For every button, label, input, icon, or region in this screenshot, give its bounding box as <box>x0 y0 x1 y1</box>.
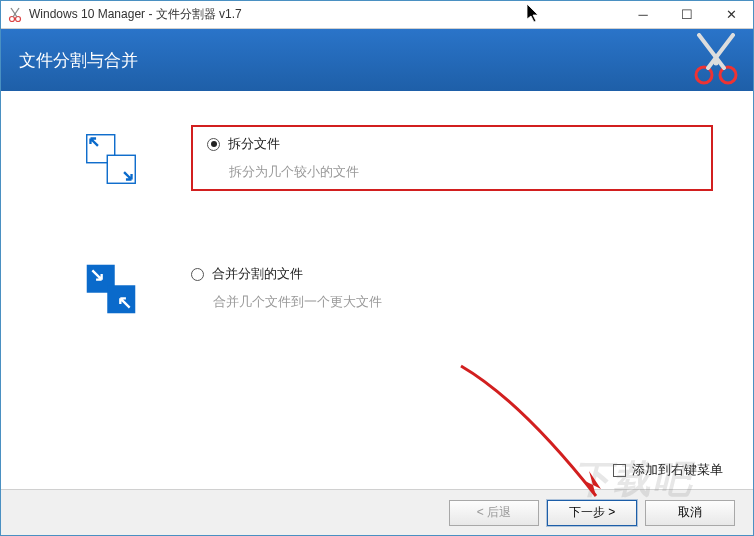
back-button: < 后退 <box>449 500 539 526</box>
radio-merge-label: 合并分割的文件 <box>212 265 303 283</box>
option-merge-body[interactable]: 合并分割的文件 合并几个文件到一个更大文件 <box>191 261 713 311</box>
option-merge: 合并分割的文件 合并几个文件到一个更大文件 <box>41 261 713 317</box>
radio-split-label: 拆分文件 <box>228 135 280 153</box>
maximize-button[interactable]: ☐ <box>665 1 709 29</box>
radio-merge[interactable] <box>191 268 204 281</box>
svg-point-8 <box>714 61 719 66</box>
svg-point-5 <box>720 67 736 83</box>
option-split: 拆分文件 拆分为几个较小的文件 <box>41 131 713 191</box>
merge-icon <box>71 261 151 317</box>
close-button[interactable]: ✕ <box>709 1 753 29</box>
option-split-desc: 拆分为几个较小的文件 <box>229 163 697 181</box>
radio-split[interactable] <box>207 138 220 151</box>
context-menu-checkbox-row[interactable]: 添加到右键菜单 <box>613 461 723 479</box>
context-menu-checkbox[interactable] <box>613 464 626 477</box>
footer: < 后退 下一步 > 取消 <box>1 489 753 535</box>
radio-merge-line[interactable]: 合并分割的文件 <box>191 265 713 283</box>
titlebar: Windows 10 Manager - 文件分割器 v1.7 ─ ☐ ✕ <box>1 1 753 29</box>
split-icon <box>71 131 151 187</box>
cancel-button[interactable]: 取消 <box>645 500 735 526</box>
radio-split-line[interactable]: 拆分文件 <box>207 135 697 153</box>
content-area: 拆分文件 拆分为几个较小的文件 合并分割的文件 合并几个文件到一个更大文件 添加… <box>1 91 753 489</box>
option-split-body[interactable]: 拆分文件 拆分为几个较小的文件 <box>191 125 713 191</box>
app-icon <box>7 7 23 23</box>
svg-point-4 <box>696 67 712 83</box>
scissors-icon <box>689 33 743 87</box>
context-menu-checkbox-label: 添加到右键菜单 <box>632 461 723 479</box>
option-merge-desc: 合并几个文件到一个更大文件 <box>213 293 713 311</box>
title-text: Windows 10 Manager - 文件分割器 v1.7 <box>29 6 242 23</box>
minimize-button[interactable]: ─ <box>621 1 665 29</box>
window-controls: ─ ☐ ✕ <box>621 1 753 29</box>
banner: 文件分割与合并 <box>1 29 753 91</box>
banner-title: 文件分割与合并 <box>19 49 138 72</box>
svg-point-0 <box>10 16 15 21</box>
next-button[interactable]: 下一步 > <box>547 500 637 526</box>
svg-point-1 <box>16 16 21 21</box>
